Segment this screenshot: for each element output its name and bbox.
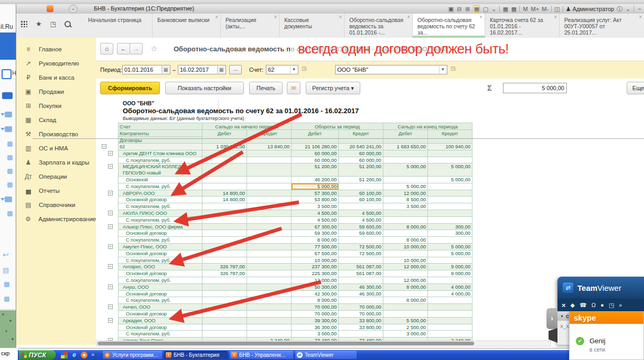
start-button[interactable]: ПУСК <box>19 350 56 360</box>
cell-nd[interactable] <box>202 237 247 244</box>
cell-kk[interactable] <box>428 183 473 190</box>
cell-kk[interactable] <box>428 203 473 210</box>
teamviewer-collapse-handle[interactable]: › <box>546 308 557 329</box>
cell-kd[interactable]: 5 500,00 <box>383 318 428 324</box>
tab-close-icon[interactable]: × <box>215 15 218 19</box>
collapse-button[interactable]: − <box>102 144 106 149</box>
cell-nd[interactable] <box>202 297 247 304</box>
cell-kk[interactable]: 300,00 <box>428 230 473 237</box>
cell-kk[interactable]: 4 000,00 <box>428 291 473 298</box>
cell-ok[interactable]: 72 500,00 <box>339 250 383 257</box>
cell-od[interactable]: 67 300,00 <box>292 224 339 231</box>
cell-kd[interactable]: 12 000,00 <box>383 264 428 270</box>
cell-od[interactable]: 77 500,00 <box>292 244 339 250</box>
cell-nk[interactable] <box>247 311 292 318</box>
sidebar-item-trend[interactable]: ↗Руководителю <box>16 56 96 70</box>
cell-kd[interactable] <box>383 304 428 311</box>
cell-kd[interactable] <box>383 311 428 318</box>
cell-kk[interactable] <box>428 190 473 197</box>
cell-kk[interactable] <box>428 210 473 217</box>
cell-ok[interactable]: 60 000,00 <box>339 150 383 157</box>
cell-nd[interactable] <box>202 291 247 298</box>
quicklaunch-ie-icon[interactable]: e <box>71 352 78 358</box>
cell-nk[interactable] <box>247 277 292 284</box>
cell-kk[interactable]: 5 000,00 <box>428 244 473 250</box>
cell-kk[interactable] <box>428 324 473 331</box>
cell-od[interactable]: 39 300,00 <box>292 318 339 324</box>
cell-nk[interactable] <box>247 244 292 250</box>
sidebar-item-book[interactable]: ▤Справочники <box>16 198 96 212</box>
cell-od[interactable]: 3 500,00 <box>292 203 339 210</box>
cell-kd[interactable] <box>383 157 428 164</box>
cell-nk[interactable] <box>247 297 292 304</box>
M-icon[interactable]: M <box>522 6 528 12</box>
cell-nd[interactable] <box>202 150 247 157</box>
cell-nd[interactable] <box>202 230 247 237</box>
cell-od[interactable]: 70 000,00 <box>292 311 339 318</box>
sidebar-item-person[interactable]: ♟Зарплата и кадры <box>16 155 96 169</box>
tv-camera-icon[interactable]: ◆ <box>571 302 575 309</box>
organization-open-icon[interactable]: ◳ <box>449 66 457 73</box>
tv-phone-icon[interactable]: ☎ <box>579 302 587 309</box>
cell-ok[interactable]: 60 000,00 <box>339 157 383 164</box>
cell-od[interactable]: 237 300,00 <box>292 264 339 270</box>
cell-nk[interactable] <box>247 163 292 177</box>
tab-close-icon[interactable]: × <box>639 15 642 19</box>
cell-nd[interactable] <box>202 311 247 318</box>
cell-kd[interactable] <box>383 150 428 157</box>
chevron-down-icon[interactable]: ▼ <box>439 66 446 73</box>
favorites-star-icon[interactable]: ★ <box>36 20 42 28</box>
cell-kk[interactable] <box>428 318 473 324</box>
chevron-down-icon[interactable]: ▼ <box>290 66 297 73</box>
cell-ok[interactable]: 51 200,00 <box>339 163 383 177</box>
M+-icon[interactable]: M+ <box>531 6 539 12</box>
cell-nk[interactable] <box>247 210 292 217</box>
cell-kd[interactable] <box>383 270 428 277</box>
date-to-input[interactable]: 16.02.2017▦ <box>178 65 226 74</box>
cell-nk[interactable] <box>247 237 292 244</box>
taskbar-button[interactable]: 1БНВ - Управлени... <box>230 351 293 359</box>
cell-nk[interactable] <box>247 224 292 231</box>
cell-nk[interactable] <box>247 177 292 183</box>
calendar-icon[interactable]: ▦ <box>217 66 225 73</box>
cell-nd[interactable] <box>202 217 247 224</box>
tab-1[interactable]: Начальная страница <box>83 14 153 38</box>
cell-nk[interactable] <box>247 157 292 164</box>
cell-ok[interactable]: 59 600,00 <box>339 224 383 231</box>
cell-nd[interactable]: 14 800,00 <box>202 197 247 203</box>
tab-close-icon[interactable]: × <box>479 15 482 19</box>
main-menu-chevron-button[interactable]: ⌄ <box>69 5 78 13</box>
tv-more-icon[interactable]: » <box>619 302 622 308</box>
print-button[interactable]: Печать <box>249 82 283 94</box>
sidebar-item-truck[interactable]: ▥ОС и НМА <box>16 141 96 155</box>
chevron-down-icon[interactable]: ⌄ <box>491 6 497 13</box>
more-button[interactable]: Еще <box>627 82 644 94</box>
sidebar-item-dtkt[interactable]: ДтОперации <box>16 169 96 183</box>
copy-icon[interactable]: ⊞ <box>465 6 470 13</box>
cell-ok[interactable]: 60 100,00 <box>339 197 383 203</box>
cell-od[interactable]: 3 000,00 <box>292 331 339 337</box>
cell-nd[interactable] <box>202 304 247 311</box>
cell-kk[interactable]: 100 940,00 <box>428 144 473 150</box>
cell-nd[interactable] <box>202 183 247 190</box>
collapse-button[interactable]: − <box>108 164 113 169</box>
cell-nd[interactable] <box>202 324 247 331</box>
cell-kd[interactable]: 2 500,00 <box>383 324 428 331</box>
cell-kd[interactable]: 5 000,00 <box>383 163 428 177</box>
cell-ok[interactable]: 4 500,00 <box>339 217 383 224</box>
cell-kk[interactable]: 300,00 <box>428 224 473 231</box>
history-icon[interactable]: ◳ <box>50 20 56 28</box>
cell-nk[interactable] <box>247 331 292 337</box>
cell-ok[interactable]: 59 600,00 <box>339 230 383 237</box>
cell-ok[interactable] <box>339 237 383 244</box>
cell-nd[interactable] <box>202 157 247 164</box>
taskbar-button[interactable]: ⇄TeamViewer <box>295 351 357 359</box>
account-open-icon[interactable]: ◳ <box>300 66 308 73</box>
tv-files-icon[interactable]: ◳ <box>609 302 614 309</box>
cell-kk[interactable] <box>428 277 473 284</box>
cell-kk[interactable] <box>428 257 473 264</box>
cell-kd[interactable]: 8 000,00 <box>383 224 428 231</box>
cell-kk[interactable] <box>428 197 473 203</box>
tab-close-icon[interactable]: × <box>339 15 342 19</box>
cell-ok[interactable]: 72 500,00 <box>339 244 383 250</box>
